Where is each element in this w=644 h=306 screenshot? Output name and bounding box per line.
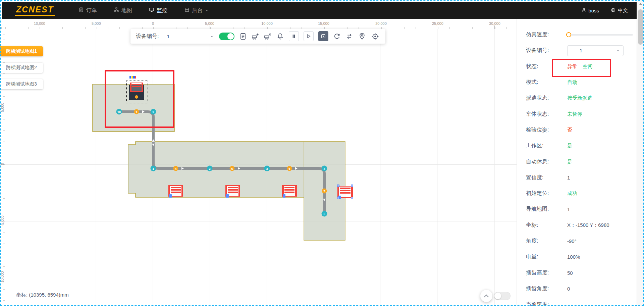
station-tag <box>226 194 229 198</box>
order-icon <box>78 7 84 14</box>
pallet-station[interactable] <box>168 185 183 197</box>
play-button[interactable] <box>304 31 314 41</box>
user-icon <box>581 7 586 13</box>
status-badge: 异常 <box>567 63 577 70</box>
language-label: 中文 <box>618 7 628 14</box>
ruler-label: -10,000 <box>33 21 45 26</box>
pause-button[interactable] <box>289 31 299 41</box>
sim-speed-slider[interactable] <box>567 34 633 36</box>
chevron-down-icon <box>205 7 209 13</box>
user-menu[interactable]: boss <box>581 7 599 13</box>
ruler-label: -5,000 <box>0 214 4 227</box>
selection-handle[interactable] <box>351 197 353 199</box>
row-work-zone: 工作区:是 <box>517 138 637 154</box>
path-node[interactable]: 10 <box>116 109 122 115</box>
ruler-label: 0 <box>152 21 154 26</box>
path-node[interactable]: 1 <box>134 109 139 114</box>
nav-item-label: 订单 <box>86 7 97 14</box>
device-id-label: 设备编号: <box>136 33 159 40</box>
cycle-icon[interactable] <box>345 33 353 40</box>
row-sim-speed: 仿真速度: <box>517 27 637 43</box>
ruler-label: 25,000 <box>432 21 443 26</box>
map-list-item-1[interactable]: 跨梯测试地图1 <box>0 46 43 56</box>
cart-load-icon[interactable] <box>252 33 259 40</box>
selection-handle[interactable] <box>351 185 353 187</box>
ruler-label: 15,000 <box>318 21 329 26</box>
ruler-label: 5,000 <box>0 101 4 114</box>
row-device-id: 设备编号: 1 <box>517 43 637 58</box>
row-initial-localization: 初始定位:成功 <box>517 186 637 201</box>
row-coordinates: 坐标:X：-1500 Y：6980 <box>517 217 637 233</box>
ruler-label: 20,000 <box>375 21 387 26</box>
cart-unload-icon[interactable] <box>264 33 272 40</box>
path-node[interactable]: 5 <box>230 166 235 171</box>
chevron-down-icon <box>616 48 620 53</box>
task-list-icon[interactable] <box>239 33 247 40</box>
logo[interactable]: ZCNEST <box>15 5 55 16</box>
nav-item-orders[interactable]: 订单 <box>78 7 97 14</box>
main-nav: 订单 地图 监控 后台 <box>78 7 209 14</box>
row-nav-map: 导航地图:1 <box>517 201 637 217</box>
ruler-label: 5,000 <box>205 21 214 26</box>
path-node[interactable]: 9 <box>151 109 156 115</box>
station-tag <box>283 194 285 198</box>
nav-item-monitor[interactable]: 监控 <box>149 7 167 14</box>
ruler-label: 0 <box>0 157 4 171</box>
path-node[interactable]: 2 <box>207 166 213 171</box>
page-scrollbar[interactable] <box>637 0 644 306</box>
map-canvas[interactable]: -10,000 -5,000 0 5,000 10,000 15,000 20,… <box>0 19 517 306</box>
nav-item-map[interactable]: 地图 <box>114 7 132 14</box>
map-list-item-3[interactable]: 跨梯测试地图3 <box>0 79 43 89</box>
row-fork-angle: 插齿角度:0 <box>517 281 637 297</box>
path-node[interactable]: 4 <box>173 166 178 171</box>
slider-knob[interactable] <box>566 32 571 37</box>
cursor-coordinates: 坐标: (10395, 6594)mm <box>16 292 69 298</box>
path-node[interactable]: 6 <box>287 166 292 171</box>
status-panel: 仿真速度: 设备编号: 1 状态: 异常 空闲 模式:自动 派遣状态:接受新派遣… <box>517 19 637 306</box>
map-icon <box>114 7 119 14</box>
selection-handle[interactable] <box>337 197 339 199</box>
pallet-station[interactable] <box>282 185 297 197</box>
row-current-speed: 当前速度: <box>517 297 637 306</box>
username: boss <box>588 8 599 13</box>
device-select[interactable]: 1 <box>163 31 214 41</box>
scrollbar-up-arrow[interactable] <box>637 0 644 7</box>
target-icon[interactable] <box>371 32 379 41</box>
row-angle: 角度:-90° <box>517 233 637 249</box>
nav-item-backend[interactable]: 后台 <box>184 7 209 14</box>
collapse-button[interactable] <box>480 290 492 302</box>
path-node[interactable]: 5 <box>322 211 327 217</box>
navbar: ZCNEST 订单 地图 监控 后台 boss 中文 <box>2 2 637 19</box>
pallet-station-selected[interactable] <box>337 186 353 198</box>
canvas-toggle[interactable] <box>494 292 511 300</box>
row-status: 状态: 异常 空闲 <box>517 59 637 74</box>
device-select-value: 1 <box>163 34 169 39</box>
status-badge: 空闲 <box>583 63 593 70</box>
pallet-station[interactable] <box>225 185 240 197</box>
monitor-icon <box>149 7 154 14</box>
path-node[interactable]: 4 <box>322 166 327 171</box>
panel-device-select[interactable]: 1 <box>567 45 624 56</box>
refresh-icon[interactable] <box>333 33 341 40</box>
ruler-x-major-ticks <box>0 26 517 29</box>
scrollbar-thumb[interactable] <box>638 9 643 45</box>
row-mode: 模式:自动 <box>517 74 637 90</box>
simulation-toggle[interactable] <box>219 33 234 40</box>
map-list: 跨梯测试地图1 跨梯测试地图2 跨梯测试地图3 <box>0 46 43 89</box>
map-list-item-2[interactable]: 跨梯测试地图2 <box>0 63 43 73</box>
path-node[interactable]: 1 <box>151 166 156 171</box>
row-auto-rest: 自动休息:是 <box>517 154 637 169</box>
nav-item-label: 地图 <box>121 7 132 14</box>
nav-right: boss 中文 <box>581 7 628 14</box>
agv-carried-pallet <box>130 83 143 92</box>
ruler-label: -10,000 <box>0 271 4 284</box>
globe-icon <box>610 7 616 14</box>
clear-tasks-button[interactable] <box>318 31 328 41</box>
location-pin-icon[interactable] <box>358 32 366 41</box>
path-node[interactable]: 7 <box>322 189 327 194</box>
language-switch[interactable]: 中文 <box>610 7 628 14</box>
path-node[interactable]: 3 <box>264 166 270 171</box>
toolbar: 设备编号: 1 <box>130 29 385 44</box>
bell-icon[interactable] <box>276 33 284 40</box>
selection-handle[interactable] <box>337 185 339 187</box>
